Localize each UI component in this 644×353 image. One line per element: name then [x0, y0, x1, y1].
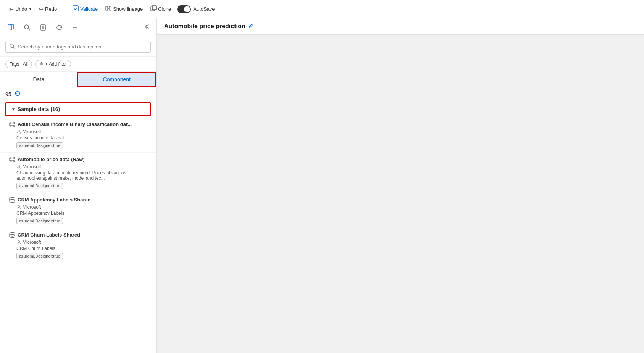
- item-title: Adult Census Income Binary Classificatio…: [18, 121, 132, 127]
- item-author: Microsoft: [16, 164, 151, 169]
- item-desc: CRM Churn Labels: [16, 246, 151, 251]
- clone-icon: [150, 5, 157, 13]
- dataset-icon: [9, 232, 15, 239]
- canvas-drawing-area[interactable]: [157, 35, 644, 353]
- list-item[interactable]: Automobile price data (Raw) Microsoft Cl…: [0, 153, 156, 193]
- svg-point-22: [18, 130, 20, 132]
- show-lineage-button[interactable]: Show lineage: [102, 3, 146, 15]
- filter-row: Tags : All + Add filter: [0, 57, 156, 72]
- add-filter-button[interactable]: + Add filter: [35, 60, 71, 68]
- canvas-title: Automobile price prediction: [164, 23, 245, 30]
- toolbar-divider-1: [65, 5, 65, 14]
- svg-point-26: [18, 206, 20, 208]
- lineage-icon: [105, 5, 111, 13]
- search-input-icon: [10, 44, 15, 50]
- main-area: Tags : All + Add filter Data Component 9…: [0, 18, 644, 353]
- svg-rect-1: [106, 6, 108, 10]
- svg-point-25: [10, 198, 15, 200]
- list-item[interactable]: CRM Appetency Labels Shared Microsoft CR…: [0, 193, 156, 228]
- redo-button[interactable]: ↪ Redo: [36, 4, 60, 14]
- item-author: Microsoft: [16, 129, 151, 134]
- sidebar-search-icon-btn[interactable]: [22, 23, 32, 32]
- section-arrow-icon: ▼: [11, 107, 15, 111]
- svg-point-28: [18, 241, 20, 243]
- svg-point-20: [41, 62, 42, 63]
- tags-filter-chip[interactable]: Tags : All: [5, 60, 32, 68]
- autosave-switch[interactable]: [177, 5, 191, 13]
- clone-button[interactable]: Clone: [147, 3, 174, 15]
- svg-point-24: [18, 165, 20, 167]
- item-author: Microsoft: [16, 205, 151, 210]
- item-author: Microsoft: [16, 240, 151, 245]
- svg-point-21: [10, 122, 15, 124]
- undo-button[interactable]: ↩ Undo ▾: [6, 4, 34, 14]
- toolbar: ↩ Undo ▾ ↪ Redo Validate Show lineage: [0, 0, 644, 18]
- autosave-toggle[interactable]: AutoSave: [177, 5, 215, 13]
- list-item[interactable]: Adult Census Income Binary Classificatio…: [0, 118, 156, 153]
- undo-chevron-icon: ▾: [29, 7, 31, 11]
- item-tag: azureml.Designer:true: [16, 142, 63, 148]
- svg-line-17: [13, 47, 15, 49]
- sidebar-list-icon-btn[interactable]: [70, 23, 80, 32]
- toggle-knob: [184, 6, 190, 12]
- sidebar-book-icon-btn[interactable]: [5, 22, 16, 33]
- sidebar-refresh-icon-btn[interactable]: [54, 23, 64, 32]
- component-list: ▼ Sample data (16) Adult Census Income B…: [0, 101, 156, 353]
- canvas-title-bar: Automobile price prediction: [157, 18, 644, 35]
- item-desc: Clean missing data module required. Pric…: [16, 170, 151, 181]
- canvas: Automobile price prediction: [157, 18, 644, 353]
- search-box: [5, 41, 151, 53]
- dataset-icon: [9, 122, 15, 128]
- item-title: Automobile price data (Raw): [18, 156, 85, 162]
- refresh-icon[interactable]: [15, 90, 21, 98]
- item-title: CRM Appetency Labels Shared: [18, 197, 91, 203]
- svg-rect-2: [109, 6, 111, 10]
- tab-component[interactable]: Component: [77, 72, 157, 87]
- validate-button[interactable]: Validate: [69, 3, 101, 15]
- validate-icon: [73, 5, 79, 13]
- item-tag: azureml.Designer:true: [16, 253, 63, 259]
- redo-icon: ↪: [39, 6, 44, 12]
- sidebar-document-icon-btn[interactable]: [38, 23, 48, 32]
- tab-data[interactable]: Data: [0, 72, 77, 87]
- sidebar-collapse-button[interactable]: [142, 22, 151, 33]
- result-count: 95: [5, 91, 11, 97]
- dataset-icon: [9, 157, 15, 163]
- svg-rect-5: [152, 6, 156, 10]
- svg-point-27: [10, 233, 15, 235]
- search-container: [0, 37, 156, 57]
- item-title: CRM Churn Labels Shared: [18, 232, 80, 238]
- svg-rect-0: [73, 6, 78, 11]
- svg-line-8: [28, 29, 30, 31]
- item-tag: azureml.Designer:true: [16, 218, 63, 224]
- item-desc: Census Income dataset: [16, 135, 151, 140]
- svg-point-23: [10, 157, 15, 159]
- search-input[interactable]: [18, 44, 147, 50]
- edit-title-icon[interactable]: [248, 23, 253, 30]
- item-desc: CRM Appetency Labels: [16, 211, 151, 216]
- dataset-icon: [9, 197, 15, 204]
- count-row: 95: [0, 87, 156, 101]
- item-tag: azureml.Designer:true: [16, 183, 63, 189]
- list-item[interactable]: CRM Churn Labels Shared Microsoft CRM Ch…: [0, 228, 156, 263]
- sidebar: Tags : All + Add filter Data Component 9…: [0, 18, 157, 353]
- sidebar-icons-bar: [0, 18, 156, 37]
- tabs-row: Data Component: [0, 72, 156, 87]
- section-header-sample-data[interactable]: ▼ Sample data (16): [5, 102, 151, 116]
- undo-icon: ↩: [9, 6, 14, 12]
